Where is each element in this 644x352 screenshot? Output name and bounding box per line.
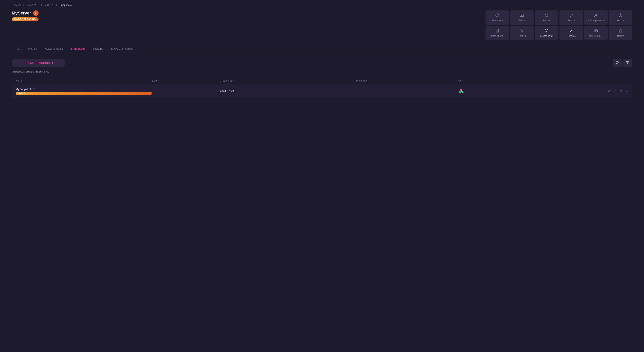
svg-rect-4 [520, 14, 524, 17]
instructions-button[interactable]: Instructions [486, 26, 509, 40]
delete-icon [618, 28, 623, 33]
boot-from-iso-label: Boot from ISO [588, 35, 603, 37]
tab-info[interactable]: Info [12, 45, 24, 53]
server-name: MyServer [12, 10, 31, 16]
snapshot-status-badge: SAVING [16, 92, 152, 95]
svg-rect-22 [619, 30, 622, 32]
svg-line-32 [610, 90, 610, 90]
svg-point-8 [595, 14, 597, 15]
snapshot-delete-icon[interactable] [625, 89, 628, 93]
change-password-label: Change password [586, 19, 606, 22]
snapshot-name: MySnapshot [16, 88, 31, 91]
resize-label: Resize [568, 19, 575, 22]
snapshots-toolbar: CREATE SNAPSHOT [12, 59, 632, 67]
rebuild-button[interactable]: Rebuild [510, 26, 534, 40]
rebuild-label: Rebuild [518, 35, 526, 37]
server-title: MyServer [12, 10, 38, 16]
server-header: MyServer IMAGE UPLOADING [12, 8, 632, 40]
tab-backup-schedules[interactable]: Backup schedules [107, 45, 137, 53]
resize-button[interactable]: Resize [560, 10, 583, 25]
table-row: MySnapshot SAVING 2024-07-23 [12, 84, 632, 98]
refresh-button[interactable] [613, 59, 622, 67]
reboot-label: Reboot [543, 19, 550, 22]
svg-point-30 [462, 91, 464, 93]
snapshot-created-at: 2024-07-23 [220, 90, 356, 93]
col-size[interactable]: Size ⇅ [152, 79, 220, 82]
svg-point-15 [546, 31, 547, 32]
rename-button[interactable]: Rename [560, 26, 583, 40]
svg-marker-26 [626, 61, 629, 64]
breadcrumb: Services > Cloud VPS > 5203773 > Snapsho… [0, 0, 644, 8]
breadcrumb-services[interactable]: Services [12, 3, 22, 6]
svg-marker-34 [615, 90, 616, 91]
tab-snapshots[interactable]: Snapshots [67, 45, 89, 53]
col-price-day: Price/day [356, 79, 458, 82]
change-password-button[interactable]: Change password [584, 10, 608, 25]
svg-point-29 [459, 91, 461, 93]
reboot-icon [544, 13, 549, 18]
tab-network-traffic[interactable]: Network Traffic [41, 45, 67, 53]
rescue-button[interactable]: Rescue [609, 10, 632, 25]
shut-down-label: Shut down [492, 19, 503, 22]
console-label: Console [518, 19, 526, 22]
snapshot-restore-icon[interactable] [614, 89, 616, 93]
create-ticket-button[interactable]: Create ticket [535, 26, 558, 40]
rescue-label: Rescue [616, 19, 625, 22]
change-password-icon [594, 13, 598, 18]
rename-label: Rename [567, 35, 576, 37]
instructions-label: Instructions [491, 35, 503, 37]
svg-point-19 [596, 31, 596, 31]
col-name[interactable]: Name ⇅ [16, 79, 152, 82]
snapshot-download-icon[interactable] [619, 89, 622, 93]
resize-icon [569, 13, 573, 18]
server-info: MyServer IMAGE UPLOADING [12, 10, 38, 21]
sort-name-icon: ⇅ [23, 80, 25, 82]
create-ticket-icon [544, 28, 549, 33]
reboot-button[interactable]: Reboot [535, 10, 558, 25]
col-created-at[interactable]: Created at ⇅ [220, 79, 356, 82]
toolbar-icons [613, 59, 632, 67]
snapshot-row-actions [560, 89, 628, 93]
filter-button[interactable] [623, 59, 632, 67]
svg-line-21 [596, 29, 597, 30]
console-icon [520, 13, 524, 18]
action-buttons-container: Shut down Console [486, 10, 632, 40]
snapshot-os-icon-col [458, 88, 560, 95]
server-status-badge: IMAGE UPLOADING [12, 17, 38, 21]
rescue-icon [618, 13, 623, 18]
delete-button[interactable]: Delete [609, 26, 632, 40]
snapshot-edit-icon[interactable] [608, 89, 611, 93]
col-actions [560, 79, 628, 82]
col-os[interactable]: OS ⇅ [458, 79, 560, 82]
console-button[interactable]: Console [510, 10, 534, 25]
shut-down-button[interactable]: Shut down [486, 10, 509, 25]
svg-rect-35 [626, 90, 628, 92]
sort-os-icon: ⇅ [462, 80, 464, 82]
snapshot-os-icon [458, 88, 464, 94]
boot-from-iso-button[interactable]: Boot from ISO [584, 26, 608, 40]
svg-line-27 [34, 88, 34, 88]
action-row-2: Instructions Rebuild [486, 26, 632, 40]
tab-backups[interactable]: Backups [89, 45, 107, 53]
delete-label: Delete [617, 35, 624, 37]
sort-size-icon: ⇅ [158, 80, 159, 82]
svg-point-1 [35, 12, 36, 14]
svg-point-31 [460, 90, 462, 92]
action-row-1: Shut down Console [486, 10, 632, 25]
snapshots-table: Name ⇅ Size ⇅ Created at ⇅ Price/day OS … [12, 77, 632, 98]
shut-down-icon [495, 13, 500, 18]
breadcrumb-server-id[interactable]: 5203773 [44, 3, 54, 6]
breadcrumb-cloud-vps[interactable]: Cloud VPS [27, 3, 39, 6]
sort-created-icon: ⇅ [232, 80, 234, 82]
rename-icon [569, 28, 573, 33]
svg-line-20 [595, 29, 595, 30]
table-header: Name ⇅ Size ⇅ Created at ⇅ Price/day OS … [12, 77, 632, 84]
boot-from-iso-icon [594, 28, 598, 33]
create-snapshot-button[interactable]: CREATE SNAPSHOT [12, 59, 65, 67]
breadcrumb-current: Snapshots [60, 3, 72, 6]
rebuild-icon [520, 28, 524, 33]
snapshot-name-col: MySnapshot SAVING [16, 87, 152, 95]
tab-metrics[interactable]: Metrics [24, 45, 41, 53]
edit-name-icon[interactable] [32, 87, 35, 91]
os-icon [33, 10, 38, 16]
